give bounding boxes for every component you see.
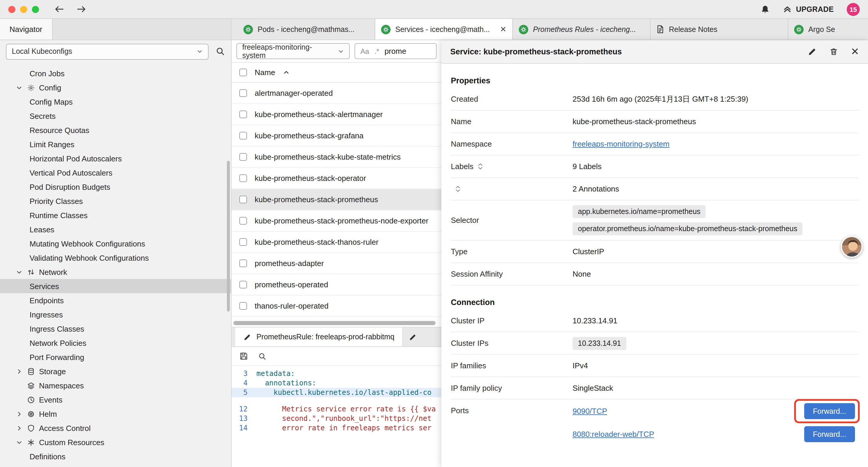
forward-button[interactable] [76, 5, 86, 13]
sidebar-item-services[interactable]: Services [0, 279, 231, 293]
close-icon[interactable]: ✕ [851, 47, 860, 57]
row-checkbox[interactable] [239, 238, 247, 246]
upgrade-button[interactable]: UPGRADE [783, 5, 834, 13]
table-row[interactable]: thanos-ruler-operated [231, 296, 441, 317]
search-input[interactable]: Aa .* prome [354, 43, 437, 59]
save-icon[interactable] [239, 352, 248, 360]
sidebar-item-secrets[interactable]: Secrets [0, 109, 231, 123]
sidebar-item-config-maps[interactable]: Config Maps [0, 95, 231, 109]
scrollbar-thumb[interactable] [234, 321, 435, 325]
row-checkbox[interactable] [239, 281, 247, 289]
select-all-checkbox[interactable] [239, 68, 247, 76]
sidebar-item-network-policies[interactable]: Network Policies [0, 336, 231, 350]
port-link[interactable]: 9090/TCP [572, 407, 607, 415]
expander-icon[interactable] [478, 163, 484, 170]
table-row[interactable]: kube-prometheus-stack-operator [231, 168, 441, 189]
tab-services[interactable]: Services - icecheng@math... ✕ [375, 19, 513, 39]
yaml-editor[interactable]: 3metadata: 4 annotations: 5 kubectl.kube… [231, 366, 441, 467]
sidebar-item-priority-classes[interactable]: Priority Classes [0, 194, 231, 208]
tab-pods[interactable]: Pods - icecheng@mathmas... [238, 19, 375, 39]
table-row[interactable]: kube-prometheus-stack-alertmanager [231, 104, 441, 125]
tab-bar: Pods - icecheng@mathmas... Services - ic… [231, 19, 868, 40]
sidebar-item-ingress-classes[interactable]: Ingress Classes [0, 322, 231, 336]
sidebar-item-leases[interactable]: Leases [0, 222, 231, 236]
row-checkbox[interactable] [239, 153, 247, 161]
table-row[interactable]: kube-prometheus-stack-kube-state-metrics [231, 147, 441, 168]
folded-region[interactable] [231, 397, 441, 404]
sidebar-item-access-control[interactable]: Access Control [0, 421, 231, 435]
namespace-selector[interactable]: freeleaps-monitoring-system [236, 43, 350, 59]
sidebar-item-port-forwarding[interactable]: Port Forwarding [0, 350, 231, 364]
sidebar-item-custom-resources[interactable]: Custom Resources [0, 435, 231, 449]
close-window-button[interactable] [8, 6, 16, 13]
sidebar-item-config[interactable]: Config [0, 80, 231, 95]
dock-tab-partial[interactable] [403, 327, 423, 346]
expander-icon[interactable] [455, 185, 461, 193]
table-row[interactable]: prometheus-adapter [231, 253, 441, 274]
notification-count-badge[interactable]: 15 [847, 3, 860, 16]
sidebar-item-resource-quotas[interactable]: Resource Quotas [0, 123, 231, 137]
horizontal-scrollbar[interactable] [234, 321, 440, 325]
back-button[interactable] [54, 5, 64, 13]
sidebar-scrollbar[interactable] [227, 161, 230, 312]
zoom-window-button[interactable] [32, 6, 39, 13]
row-checkbox[interactable] [239, 302, 247, 310]
row-checkbox[interactable] [239, 260, 247, 267]
port-link[interactable]: 8080:reloader-web/TCP [572, 430, 654, 439]
avatar[interactable] [841, 236, 863, 258]
editor-search-icon[interactable] [258, 352, 267, 360]
service-name: prometheus-operated [255, 280, 328, 289]
edit-icon[interactable] [808, 47, 816, 56]
notifications-bell-icon[interactable] [761, 4, 770, 14]
tab-argo[interactable]: Argo Se [788, 19, 868, 39]
sidebar-item-mutating-webhook-configurations[interactable]: Mutating Webhook Configurations [0, 236, 231, 251]
match-case-toggle[interactable]: Aa [361, 47, 369, 55]
table-row[interactable]: prometheus-operated [231, 274, 441, 296]
sidebar-item-horizontal-pod-autoscalers[interactable]: Horizontal Pod Autoscalers [0, 151, 231, 166]
table-row[interactable]: alertmanager-operated [231, 83, 441, 104]
namespace-link[interactable]: freeleaps-monitoring-system [572, 140, 670, 148]
sidebar-item-ingresses[interactable]: Ingresses [0, 308, 231, 322]
sidebar-item-label: Config [39, 83, 61, 92]
minimize-window-button[interactable] [20, 6, 27, 13]
navigator-tab[interactable]: Navigator [0, 19, 52, 39]
kubeconfig-selector[interactable]: Local Kubeconfigs [6, 43, 209, 59]
forward-button[interactable]: Forward... [804, 426, 855, 442]
tab-prometheus-rules[interactable]: Prometheus Rules - icecheng... [513, 19, 651, 39]
sidebar-item-validating-webhook-configurations[interactable]: Validating Webhook Configurations [0, 251, 231, 265]
tab-release-notes[interactable]: Release Notes [651, 19, 788, 39]
table-row[interactable]: kube-prometheus-stack-prometheus-node-ex… [231, 210, 441, 232]
sidebar-item-storage[interactable]: Storage [0, 364, 231, 378]
table-row[interactable]: kube-prometheus-stack-grafana [231, 125, 441, 147]
sidebar-item-runtime-classes[interactable]: Runtime Classes [0, 208, 231, 222]
sidebar-item-events[interactable]: Events [0, 392, 231, 407]
sidebar-item-network[interactable]: Network [0, 265, 231, 279]
row-checkbox[interactable] [239, 196, 247, 203]
sidebar-item-helm[interactable]: Helm [0, 407, 231, 421]
sidebar-item-endpoints[interactable]: Endpoints [0, 293, 231, 308]
regex-toggle[interactable]: .* [374, 47, 379, 55]
delete-icon[interactable] [830, 47, 838, 56]
name-column-header[interactable]: Name [255, 68, 275, 77]
sidebar-item-limit-ranges[interactable]: Limit Ranges [0, 137, 231, 151]
row-checkbox[interactable] [239, 217, 247, 225]
row-checkbox[interactable] [239, 111, 247, 118]
row-checkbox[interactable] [239, 174, 247, 182]
sidebar-item-namespaces[interactable]: Namespaces [0, 378, 231, 392]
forward-button[interactable]: Forward... [804, 403, 855, 419]
sort-ascending-icon[interactable] [283, 69, 289, 76]
sidebar-item-cron-jobs[interactable]: Cron Jobs [0, 66, 231, 80]
sidebar-item-vertical-pod-autoscalers[interactable]: Vertical Pod Autoscalers [0, 166, 231, 180]
chevron-down-icon [338, 48, 344, 54]
navigator-search-icon[interactable] [216, 47, 225, 56]
sidebar-item-pod-disruption-budgets[interactable]: Pod Disruption Budgets [0, 180, 231, 194]
table-row[interactable]: kube-prometheus-stack-thanos-ruler [231, 232, 441, 253]
dock-tab-prometheusrule[interactable]: PrometheusRule: freeleaps-prod-rabbitmq [235, 327, 403, 346]
sidebar-item-label: Validating Webhook Configurations [30, 253, 149, 262]
sidebar-item-definitions[interactable]: Definitions [0, 449, 231, 463]
row-checkbox[interactable] [239, 132, 247, 140]
table-row-selected[interactable]: kube-prometheus-stack-prometheus [231, 189, 441, 210]
connection-heading: Connection [451, 294, 859, 310]
row-checkbox[interactable] [239, 89, 247, 97]
close-tab-icon[interactable]: ✕ [500, 25, 506, 34]
